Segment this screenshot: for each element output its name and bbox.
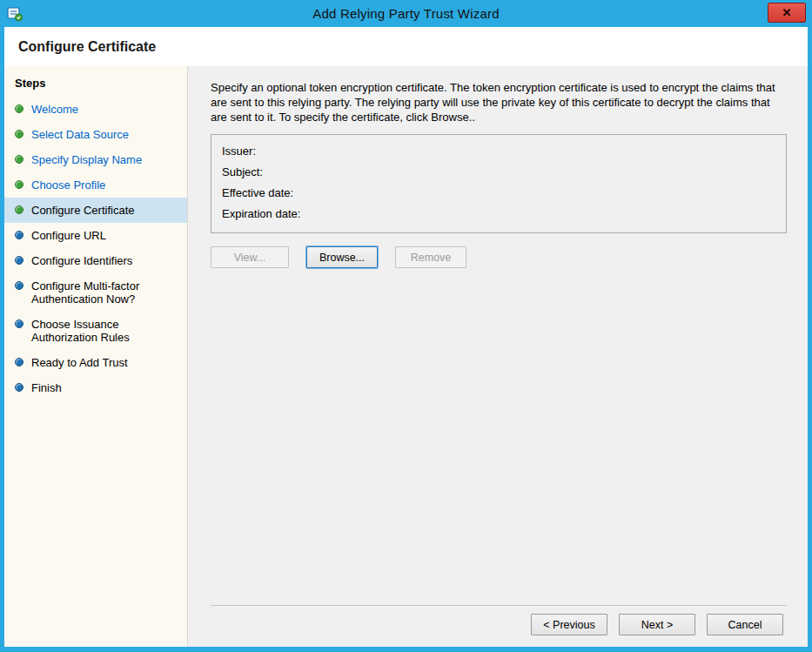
wizard-footer: < Previous Next > Cancel	[211, 605, 787, 647]
step-item-ready-to-add-trust: Ready to Add Trust	[4, 350, 187, 375]
step-status-icon	[15, 104, 23, 113]
step-label: Configure URL	[31, 229, 106, 242]
step-item-finish: Finish	[4, 375, 187, 400]
step-status-icon	[15, 281, 23, 290]
step-label: Configure Identifiers	[31, 254, 132, 267]
window-body: Configure Certificate Steps Welcome Sele…	[4, 27, 808, 647]
instructions-text: Specify an optional token encryption cer…	[211, 80, 787, 124]
steps-list: Welcome Select Data Source Specify Displ…	[4, 97, 187, 400]
certificate-actions: View... Browse... Remove	[211, 246, 787, 268]
certificate-field-label: Expiration date:	[222, 204, 300, 225]
browse-button[interactable]: Browse...	[306, 246, 378, 268]
certificate-field-label: Subject:	[222, 162, 263, 183]
view-button: View...	[211, 246, 289, 268]
step-item-configure-certificate[interactable]: Configure Certificate	[4, 198, 187, 223]
certificate-field-label: Effective date:	[222, 183, 293, 204]
step-label: Specify Display Name	[31, 153, 142, 166]
step-item-specify-display-name[interactable]: Specify Display Name	[4, 147, 187, 172]
step-status-icon	[15, 231, 23, 239]
steps-heading: Steps	[15, 77, 187, 90]
close-button[interactable]: ✕	[768, 3, 806, 23]
step-status-icon	[15, 205, 23, 214]
step-label: Select Data Source	[31, 128, 129, 141]
title-bar: Add Relying Party Trust Wizard ✕	[4, 0, 808, 27]
page-header: Configure Certificate	[4, 27, 808, 66]
remove-button: Remove	[395, 246, 466, 268]
step-status-icon	[15, 383, 23, 392]
step-item-choose-profile[interactable]: Choose Profile	[4, 172, 187, 198]
step-item-configure-identifiers: Configure Identifiers	[4, 248, 187, 273]
step-label: Finish	[31, 381, 62, 394]
step-status-icon	[15, 155, 23, 164]
close-icon: ✕	[782, 7, 792, 18]
next-button[interactable]: Next >	[619, 614, 695, 635]
certificate-field: Subject:	[222, 162, 775, 183]
certificate-field: Effective date:	[222, 183, 775, 204]
step-label: Ready to Add Trust	[31, 356, 128, 369]
certificate-field-label: Issuer:	[222, 141, 256, 162]
step-label: Choose Issuance Authorization Rules	[31, 318, 180, 344]
certificate-field: Issuer:	[222, 141, 775, 162]
page-title: Configure Certificate	[18, 39, 156, 55]
step-status-icon	[15, 256, 23, 265]
step-item-configure-url: Configure URL	[4, 223, 187, 248]
steps-sidebar: Steps Welcome Select Data Source Specify…	[4, 66, 188, 647]
certificate-details-box: Issuer: Subject: Effective date: Expirat…	[211, 134, 787, 233]
step-status-icon	[15, 358, 23, 366]
wizard-window: Add Relying Party Trust Wizard ✕ Configu…	[0, 0, 812, 652]
window-title: Add Relying Party Trust Wizard	[4, 6, 808, 21]
step-status-icon	[15, 319, 23, 328]
step-status-icon	[15, 180, 23, 189]
step-item-configure-multi-factor-authentication-now: Configure Multi-factor Authentication No…	[4, 273, 187, 312]
step-item-choose-issuance-authorization-rules: Choose Issuance Authorization Rules	[4, 312, 187, 350]
main-panel: Specify an optional token encryption cer…	[188, 66, 808, 647]
step-label: Configure Certificate	[31, 204, 135, 217]
cancel-button[interactable]: Cancel	[707, 614, 783, 635]
step-item-select-data-source[interactable]: Select Data Source	[4, 122, 187, 147]
certificate-field: Expiration date:	[222, 204, 775, 225]
step-label: Choose Profile	[31, 178, 105, 192]
previous-button[interactable]: < Previous	[531, 614, 607, 635]
step-label: Welcome	[31, 103, 78, 116]
step-status-icon	[15, 130, 23, 138]
step-label: Configure Multi-factor Authentication No…	[31, 279, 180, 306]
step-item-welcome[interactable]: Welcome	[4, 97, 187, 122]
